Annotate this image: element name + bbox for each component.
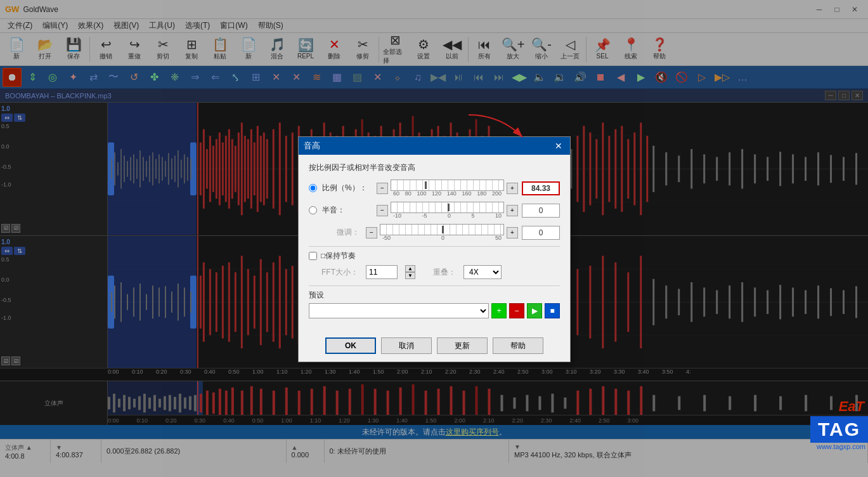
fft-up-btn[interactable]: ▲	[405, 265, 415, 272]
ratio-minus-btn[interactable]: −	[377, 183, 388, 194]
modal-semitone-row: 半音： − -10 -5 0 5	[309, 202, 560, 219]
preserve-tempo-checkbox[interactable]	[309, 252, 317, 260]
semitone-slider-wrapper: -10 -5 0 5 10	[391, 202, 504, 219]
preset-select[interactable]	[309, 303, 489, 318]
ratio-label: 比例（%）：	[322, 183, 373, 193]
modal-overlay: 音高 ✕ 按比例因子或相对半音改变音高 比例（%）： −	[0, 0, 868, 463]
finetune-minus-btn[interactable]: −	[366, 227, 377, 238]
modal-footer: OK 取消 更新 帮助	[299, 332, 570, 362]
semitone-minus-btn[interactable]: −	[377, 205, 388, 216]
ratio-slider-track[interactable]	[391, 180, 504, 191]
tag-text: TAG	[818, 419, 860, 440]
overlap-label: 重叠：	[433, 267, 456, 278]
finetune-label: 微调：	[309, 227, 362, 238]
finetune-inner	[380, 225, 503, 235]
finetune-slider-wrapper: -50 0 50	[380, 224, 504, 241]
preset-section: 预设 + − ▶ ■	[309, 290, 560, 318]
radio-semitone[interactable]	[309, 206, 317, 214]
ratio-slider-thumb	[425, 181, 427, 189]
modal-pitch: 音高 ✕ 按比例因子或相对半音改变音高 比例（%）： −	[298, 136, 571, 362]
ratio-slider-inner	[391, 180, 503, 190]
fft-row: FFT大小： ▲ ▼ 重叠： 4X 2X 8X	[309, 265, 560, 279]
modal-ratio-row: 比例（%）： − 60 80 100 120	[309, 180, 560, 197]
preset-remove-btn[interactable]: −	[509, 303, 524, 318]
preset-play-btn[interactable]: ▶	[527, 303, 542, 318]
preset-stop-btn[interactable]: ■	[545, 303, 560, 318]
finetune-value-input[interactable]	[522, 226, 560, 240]
overlap-select[interactable]: 4X 2X 8X	[463, 265, 502, 279]
semitone-inner	[391, 202, 503, 212]
eat-text: EaT	[839, 398, 868, 415]
ratio-slider-wrapper: 60 80 100 120 140 160 180 200	[391, 180, 504, 197]
preset-label: 预设	[309, 290, 560, 301]
radio-ratio[interactable]	[309, 184, 317, 192]
preserve-tempo-row: □保持节奏	[309, 251, 560, 261]
ok-button[interactable]: OK	[325, 337, 376, 354]
semitone-slider-track[interactable]	[391, 202, 504, 213]
modal-close-button[interactable]: ✕	[552, 140, 565, 152]
update-button[interactable]: 更新	[437, 337, 488, 354]
semitone-label: 半音：	[322, 205, 373, 216]
finetune-slider-container: − -50 0 50 +	[366, 224, 518, 241]
semitone-thumb	[448, 204, 450, 211]
cancel-button[interactable]: 取消	[381, 337, 432, 354]
ratio-slider-container: − 60 80 100 120 140	[377, 180, 518, 197]
eat-text-row: EaT	[839, 398, 868, 415]
fft-value-input[interactable]	[366, 265, 398, 279]
fft-label: FFT大小：	[321, 267, 358, 278]
finetune-tick-labels: -50 0 50	[380, 235, 504, 241]
website-text: www.tagxp.com	[817, 443, 868, 450]
preset-add-btn[interactable]: +	[491, 303, 507, 318]
finetune-plus-btn[interactable]: +	[507, 227, 518, 238]
semitone-value-input[interactable]	[522, 204, 560, 218]
fft-down-btn[interactable]: ▼	[405, 272, 415, 279]
modal-description: 按比例因子或相对半音改变音高	[309, 162, 560, 173]
modal-divider-2	[309, 285, 560, 286]
ratio-tick-labels: 60 80 100 120 140 160 180 200	[391, 191, 504, 197]
tag-logo: EaT TAG www.tagxp.com	[810, 398, 868, 450]
finetune-thumb	[442, 226, 444, 233]
modal-divider-1	[309, 246, 560, 247]
semitone-slider-container: − -10 -5 0 5 10	[377, 202, 518, 219]
semitone-plus-btn[interactable]: +	[507, 205, 518, 216]
preset-row: + − ▶ ■	[309, 303, 560, 318]
modal-title: 音高	[304, 140, 320, 152]
semitone-tick-labels: -10 -5 0 5 10	[391, 213, 504, 219]
fft-stepper: ▲ ▼	[405, 265, 415, 279]
ratio-plus-btn[interactable]: +	[507, 183, 518, 194]
tag-box: TAG	[810, 416, 868, 443]
finetune-slider-track[interactable]	[380, 224, 504, 235]
modal-body: 按比例因子或相对半音改变音高 比例（%）： − 60	[299, 155, 570, 332]
modal-titlebar: 音高 ✕	[299, 137, 570, 155]
ratio-value-input[interactable]: 84.33	[522, 181, 560, 195]
preserve-tempo-label: □保持节奏	[321, 251, 356, 261]
modal-finetune-row: 微调： − -50 0 50	[309, 224, 560, 241]
help-button[interactable]: 帮助	[493, 337, 543, 354]
